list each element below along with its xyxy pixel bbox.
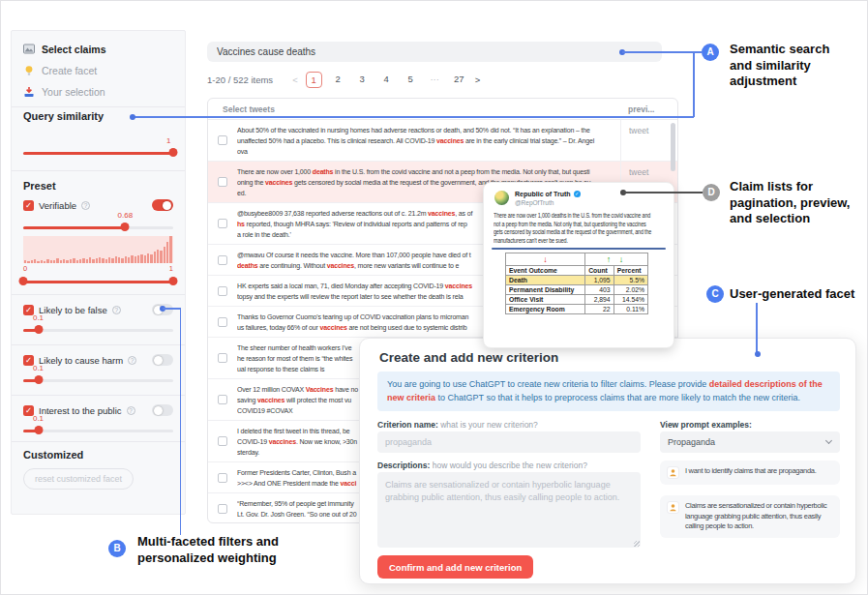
criterion-name-input[interactable] [377, 431, 641, 453]
sidebar: Select claims Create facet Your selectio… [11, 30, 186, 515]
verifiable-toggle[interactable] [152, 199, 173, 211]
histogram-bar [131, 255, 133, 263]
tweet-text: There are now over 1,000 deaths in the U… [494, 212, 670, 245]
slider-handle[interactable] [34, 426, 43, 434]
sidebar-item-your-selection[interactable]: Your selection [12, 81, 185, 102]
facet-label: Verifiable [39, 200, 76, 211]
histogram-bar [24, 260, 26, 263]
divider [12, 344, 185, 345]
histogram-bar [66, 260, 68, 263]
histogram-bar [118, 257, 120, 263]
page-button[interactable]: 27 [451, 72, 467, 88]
facet-weight-slider[interactable]: 0.1 [23, 373, 173, 387]
annotation-badge-b: B [108, 540, 126, 557]
page-button[interactable]: 2 [330, 72, 346, 88]
pagination-summary: 1-20 / 522 items [207, 74, 273, 85]
slider-handle[interactable] [34, 375, 43, 384]
sort-descending-icon[interactable]: ↓ [506, 253, 585, 266]
page-button[interactable]: 5 [403, 72, 419, 88]
slider-value: 0.1 [33, 414, 44, 423]
annotation-label-b: Multi-faceted filters andpersonalized we… [137, 534, 279, 566]
prompt-examples-select[interactable]: Propaganda [660, 431, 840, 453]
slider-value: 0.1 [33, 313, 44, 322]
confirm-add-criterion-button[interactable]: Confirm and add new criterion [377, 555, 533, 579]
user-icon [667, 466, 679, 479]
row-checkbox[interactable] [218, 353, 227, 363]
column-header: Percent [614, 266, 647, 276]
reset-customized-facet-button[interactable]: reset customized facet [23, 468, 134, 490]
search-input[interactable] [207, 42, 662, 62]
slider-value: 0.1 [33, 364, 44, 372]
row-checkbox[interactable] [218, 395, 227, 404]
page-button[interactable]: 4 [378, 72, 395, 88]
row-checkbox[interactable] [218, 177, 227, 187]
tweet-author-handle: @RepOfTruth [515, 199, 554, 206]
tweet-author-name: Republic of Truth ✓ [515, 191, 581, 197]
row-checkbox[interactable] [218, 317, 227, 327]
annotation-badge-a: A [702, 44, 719, 61]
range-handle-max[interactable] [169, 277, 178, 285]
scrollbar-thumb[interactable] [671, 123, 675, 171]
verifiable-range-slider[interactable] [23, 275, 173, 288]
histogram-bar [135, 256, 136, 263]
histogram-bar [169, 236, 171, 263]
row-checkbox[interactable] [218, 504, 227, 514]
row-checkbox[interactable] [218, 219, 227, 228]
sidebar-item-select-claims[interactable]: Select claims [12, 39, 185, 59]
histogram-bar [46, 259, 48, 263]
help-icon[interactable]: ? [112, 306, 121, 314]
facet-toggle[interactable] [152, 354, 173, 366]
facet-weight-slider[interactable]: 0.1 [23, 424, 173, 437]
table-cell: 5.5% [614, 276, 647, 285]
connector-line [180, 308, 182, 535]
facet-label: Interest to the public [39, 405, 122, 416]
verifiable-checkbox[interactable]: ✓ [23, 200, 34, 211]
divider [12, 395, 185, 396]
sidebar-item-label: Create facet [42, 65, 97, 76]
create-criterion-modal: Create and add new criterion You are goi… [359, 338, 856, 584]
example-message-bubble: Claims are sensationalized or contain hy… [660, 495, 840, 538]
query-similarity-slider[interactable]: 1 [23, 146, 173, 160]
table-cell: 2.02% [614, 285, 647, 295]
verifiable-weight-slider[interactable]: 0.68 [23, 221, 173, 234]
divider [12, 294, 185, 295]
next-page-button[interactable]: > [475, 74, 481, 85]
histogram-bar [166, 242, 168, 263]
connector-dot-query-similarity [130, 114, 135, 120]
select-tweets-header: Select tweets [208, 104, 620, 114]
table-cell: 14.54% [614, 295, 647, 305]
range-handle-min[interactable] [19, 277, 28, 285]
facet-toggle[interactable] [152, 404, 173, 416]
histogram-bar [121, 258, 123, 263]
histogram-bar [147, 253, 149, 263]
descriptions-textarea[interactable] [377, 472, 641, 548]
help-icon[interactable]: ? [127, 406, 135, 415]
facet-row-verifiable: ✓ Verifiable ? [12, 197, 185, 213]
row-checkbox[interactable] [218, 436, 227, 446]
slider-handle[interactable] [121, 223, 130, 231]
row-checkbox[interactable] [218, 135, 227, 145]
help-icon[interactable]: ? [128, 356, 136, 365]
page-button[interactable]: 1 [306, 72, 322, 88]
connector-line [756, 303, 758, 352]
sidebar-item-create-facet[interactable]: Create facet [12, 60, 185, 80]
row-checkbox[interactable] [218, 473, 227, 483]
preset-title: Preset [23, 180, 56, 192]
slider-value: 1 [166, 136, 170, 145]
help-icon[interactable]: ? [81, 201, 90, 210]
slider-handle[interactable] [169, 148, 178, 157]
histogram-bar [140, 254, 142, 263]
row-checkbox[interactable] [218, 255, 227, 265]
table-row[interactable]: About 50% of the vaccinated in nursing h… [208, 120, 677, 162]
histogram-bar [82, 258, 84, 263]
histogram-range-labels: 0 1 [23, 264, 173, 273]
prev-page-button[interactable]: < [292, 74, 298, 85]
row-checkbox[interactable] [218, 286, 227, 296]
pagination: 1-20 / 522 items < 12345···27 > [207, 71, 484, 88]
bulb-icon [23, 65, 35, 76]
slider-handle[interactable] [34, 325, 43, 334]
sort-both-icon[interactable]: ↑ ↓ [585, 253, 648, 266]
page-button[interactable]: 3 [354, 72, 371, 88]
facet-weight-slider[interactable]: 0.1 [23, 323, 173, 337]
resize-handle[interactable] [634, 541, 640, 547]
